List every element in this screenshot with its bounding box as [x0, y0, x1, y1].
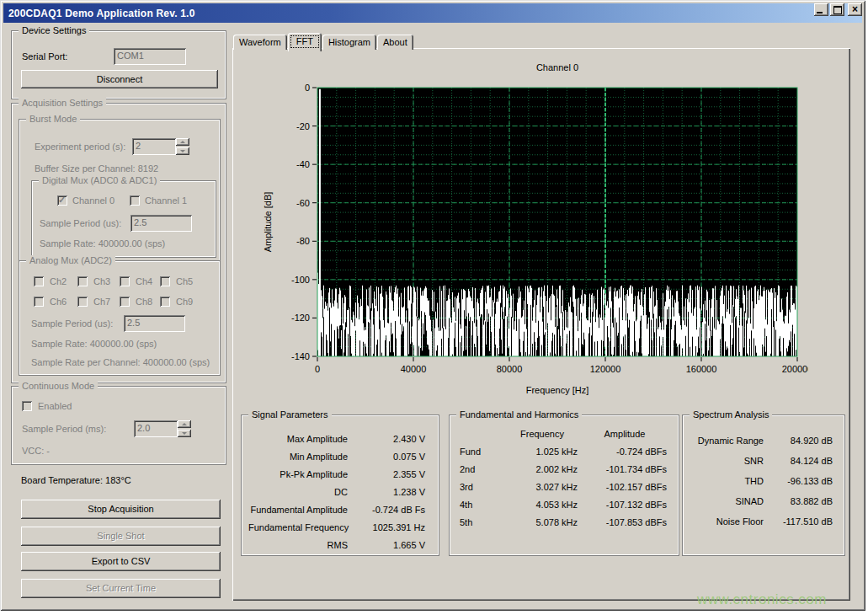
param-label: Fundamental Frequency — [248, 522, 348, 532]
serial-port-field: COM1 — [114, 48, 186, 65]
spin-down-button — [176, 147, 189, 155]
harmonic-frequency: 1.025 kHz — [500, 447, 578, 457]
ch6-checkbox — [34, 297, 44, 307]
single-shot-button: Single Shot — [21, 527, 221, 546]
fft-chart[interactable]: 0-20-40-60-80-100-120-140040000800001200… — [253, 78, 808, 398]
param-value: 2.430 V — [351, 434, 425, 444]
spectrum-analysis-legend: Spectrum Analysis — [690, 409, 772, 420]
disconnect-button[interactable]: Disconnect — [21, 70, 218, 88]
stop-acquisition-button[interactable]: Stop Acquisition — [21, 500, 221, 519]
channel0-checkbox — [57, 195, 67, 206]
ch4-checkbox — [120, 276, 130, 286]
harmonic-frequency: 2.002 kHz — [500, 464, 578, 474]
digital-sample-rate-text: Sample Rate: 400000.00 (sps) — [40, 238, 165, 249]
continuous-mode-group: Continuous Mode Enabled Sample Period (m… — [11, 386, 226, 465]
harmonic-frequency: 5.078 kHz — [500, 517, 578, 527]
ch2-label: Ch2 — [50, 276, 67, 286]
param-value: 2.355 V — [351, 469, 425, 479]
experiment-period-field: 2 — [132, 138, 176, 155]
tab-strip: Waveform FFT Histogram About — [233, 33, 414, 50]
focus-rect — [290, 35, 319, 48]
minimize-button[interactable] — [814, 3, 828, 16]
analog-mux-group: Analog Mux (ADC2) Ch2 Ch3 Ch4 Ch5 Ch6 Ch… — [19, 260, 221, 376]
digital-sample-period-label: Sample Period (us): — [40, 218, 121, 228]
ch8-checkbox — [120, 297, 130, 307]
harmonic-name: 5th — [460, 517, 472, 527]
spectrum-analysis-group: Spectrum Analysis Dynamic Range84.920 dB… — [682, 414, 845, 556]
param-value: 1.238 V — [351, 487, 425, 497]
tab-fft[interactable]: FFT — [288, 33, 322, 51]
tab-waveform[interactable]: Waveform — [233, 35, 287, 50]
svg-text:-60: -60 — [296, 198, 310, 208]
serial-port-label: Serial Port: — [22, 51, 67, 62]
burst-mode-group: Burst Mode Experiment period (s): 2 Buff… — [19, 119, 221, 262]
svg-text:0: 0 — [315, 364, 320, 374]
vcc-text: VCC: - — [22, 446, 50, 456]
ch2-checkbox — [34, 276, 44, 286]
svg-text:160000: 160000 — [686, 364, 717, 374]
app-window: 200CDAQ1 Demo Application Rev. 1.0 × Dev… — [0, 0, 865, 611]
spectrum-value: 84.124 dB — [767, 456, 833, 466]
harmonics-group: Fundamental and Harmonics Frequency Ampl… — [449, 414, 679, 556]
param-label: Min Amplitude — [248, 452, 348, 462]
svg-text:120000: 120000 — [590, 364, 621, 374]
param-label: Fundamental Amplitude — [248, 505, 348, 515]
ch9-checkbox — [160, 297, 170, 307]
continuous-sample-period-field: 2.0 — [134, 420, 178, 437]
harmonic-amplitude: -101.734 dBFs — [580, 464, 667, 474]
ch9-label: Ch9 — [176, 297, 193, 307]
spin-up-icon — [182, 423, 187, 425]
tab-histogram[interactable]: Histogram — [322, 35, 376, 50]
harmonic-frequency: 3.027 kHz — [500, 482, 578, 492]
buffer-size-text: Buffer Size per Channel: 8192 — [35, 163, 158, 174]
svg-text:Frequency [Hz]: Frequency [Hz] — [526, 385, 589, 395]
svg-text:-40: -40 — [296, 159, 310, 169]
channel1-checkbox — [130, 195, 140, 206]
signal-parameters-legend: Signal Parameters — [248, 409, 332, 420]
enabled-label: Enabled — [38, 401, 72, 411]
svg-text:Amplitude [dB]: Amplitude [dB] — [263, 192, 273, 253]
param-value: 1025.391 Hz — [351, 522, 425, 532]
harmonic-name: 4th — [460, 500, 472, 510]
chart-title: Channel 0 — [317, 62, 797, 72]
param-label: DC — [248, 487, 348, 497]
analog-sample-period-label: Sample Period (us): — [31, 318, 113, 329]
device-settings-group: Device Settings Serial Port: COM1 Discon… — [11, 30, 226, 99]
device-settings-legend: Device Settings — [19, 25, 89, 35]
board-temperature-text: Board Temperature: 183°C — [21, 475, 131, 485]
acquisition-settings-group: Acquisition Settings Burst Mode Experime… — [11, 103, 226, 383]
tab-about[interactable]: About — [377, 35, 413, 50]
acquisition-settings-legend: Acquisition Settings — [19, 98, 106, 108]
minimize-icon — [817, 12, 823, 13]
maximize-button[interactable] — [830, 3, 844, 16]
close-button[interactable]: × — [848, 3, 862, 16]
spectrum-label: SINAD — [690, 496, 764, 506]
analog-sample-rate-text: Sample Rate: 400000.00 (sps) — [31, 339, 157, 349]
export-to-csv-button[interactable]: Export to CSV — [21, 552, 221, 571]
param-value: 0.075 V — [351, 452, 425, 462]
signal-parameters-group: Signal Parameters Max Amplitude2.430 V M… — [241, 414, 439, 556]
harmonic-amplitude: -107.132 dBFs — [580, 500, 667, 510]
svg-text:200000: 200000 — [782, 364, 808, 374]
param-label: RMS — [248, 540, 348, 550]
ch3-label: Ch3 — [93, 276, 110, 286]
param-value: -0.724 dB Fs — [351, 505, 425, 515]
spin-up-button — [176, 138, 189, 146]
svg-text:80000: 80000 — [497, 364, 523, 374]
harmonic-amplitude: -107.853 dBFs — [580, 517, 667, 527]
harmonic-frequency: 4.053 kHz — [500, 500, 578, 510]
svg-text:40000: 40000 — [401, 364, 427, 374]
close-icon: × — [852, 4, 858, 15]
title-bar[interactable]: 200CDAQ1 Demo Application Rev. 1.0 — [3, 3, 862, 23]
analog-mux-legend: Analog Mux (ADC2) — [26, 255, 115, 265]
spin-down-icon — [182, 432, 187, 435]
watermark: www.cntronics.com — [697, 591, 827, 608]
channel0-label: Channel 0 — [72, 195, 114, 206]
svg-text:-120: -120 — [291, 313, 310, 323]
harmonic-amplitude: -102.157 dBFs — [580, 482, 667, 492]
experiment-period-label: Experiment period (s): — [35, 142, 125, 152]
spin-down-button — [178, 430, 191, 437]
svg-text:-140: -140 — [291, 351, 310, 361]
ch8-label: Ch8 — [136, 297, 152, 307]
window-controls: × — [812, 3, 862, 16]
